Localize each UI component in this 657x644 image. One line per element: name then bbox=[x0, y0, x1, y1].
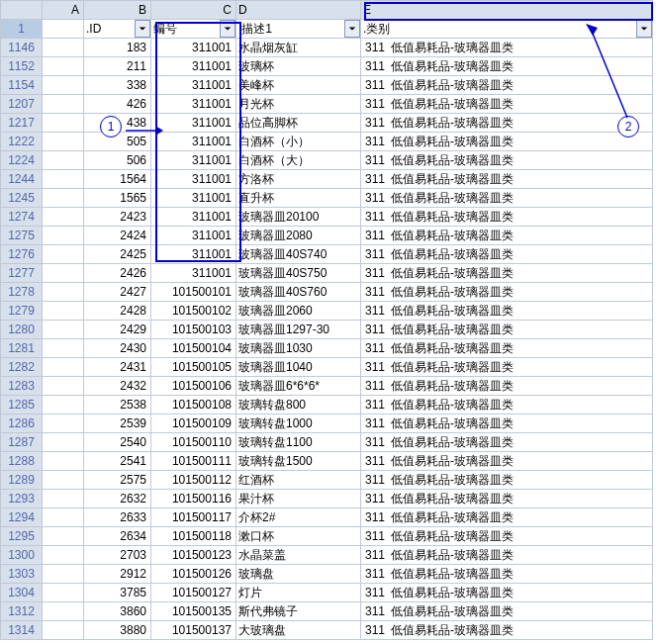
cell-B[interactable]: 183 bbox=[84, 39, 151, 57]
cell-C[interactable]: 311001 bbox=[151, 264, 236, 283]
cell-D[interactable]: 玻璃器皿1030 bbox=[236, 339, 361, 358]
cell-E[interactable]: 311低值易耗品-玻璃器皿类 bbox=[361, 358, 653, 377]
cell-E[interactable]: 311低值易耗品-玻璃器皿类 bbox=[361, 302, 653, 321]
cell-D[interactable]: 玻璃器皿1040 bbox=[236, 358, 361, 377]
row-header[interactable]: 1283 bbox=[1, 377, 43, 396]
cell-A[interactable] bbox=[43, 471, 84, 490]
cell-D[interactable]: 直升杯 bbox=[236, 189, 361, 208]
cell-B[interactable]: 2426 bbox=[84, 264, 151, 283]
cell-B[interactable]: 2634 bbox=[84, 527, 151, 546]
cell-C[interactable]: 101500126 bbox=[151, 565, 236, 584]
cell-D[interactable]: 水晶菜盖 bbox=[236, 546, 361, 565]
row-header[interactable]: 1285 bbox=[1, 396, 43, 414]
cell-D[interactable]: 玻璃转盘1000 bbox=[236, 414, 361, 433]
cell-B[interactable]: 2912 bbox=[84, 565, 151, 584]
cell-E[interactable]: 311低值易耗品-玻璃器皿类 bbox=[361, 621, 653, 640]
cell-D[interactable]: 玻璃转盘800 bbox=[236, 396, 361, 414]
row-header[interactable]: 1279 bbox=[1, 302, 43, 321]
cell-B[interactable]: 2538 bbox=[84, 396, 151, 414]
col-header-A[interactable]: A bbox=[43, 1, 84, 20]
cell-C[interactable]: 101500123 bbox=[151, 546, 236, 565]
cell-D[interactable]: 漱口杯 bbox=[236, 527, 361, 546]
row-header[interactable]: 1217 bbox=[1, 114, 43, 133]
cell-B[interactable]: 426 bbox=[84, 95, 151, 114]
cell-B[interactable]: 2430 bbox=[84, 339, 151, 358]
cell-D[interactable]: 方洛杯 bbox=[236, 170, 361, 189]
row-header[interactable]: 1282 bbox=[1, 358, 43, 377]
row-header[interactable]: 1222 bbox=[1, 133, 43, 151]
row-header[interactable]: 1300 bbox=[1, 546, 43, 565]
col-header-C[interactable]: C bbox=[151, 1, 236, 20]
cell-C[interactable]: 101500101 bbox=[151, 283, 236, 302]
cell-A[interactable] bbox=[43, 490, 84, 508]
filter-dropdown-E[interactable] bbox=[636, 20, 652, 38]
cell-A[interactable] bbox=[43, 114, 84, 133]
cell-E[interactable]: 311低值易耗品-玻璃器皿类 bbox=[361, 377, 653, 396]
cell-A[interactable] bbox=[43, 339, 84, 358]
cell-B[interactable]: 211 bbox=[84, 57, 151, 76]
col-header-E[interactable]: E bbox=[361, 1, 653, 20]
row-header[interactable]: 1277 bbox=[1, 264, 43, 283]
cell-E[interactable]: 311低值易耗品-玻璃器皿类 bbox=[361, 170, 653, 189]
cell-D[interactable]: 品位高脚杯 bbox=[236, 114, 361, 133]
cell-A[interactable] bbox=[43, 151, 84, 170]
cell-C[interactable]: 311001 bbox=[151, 57, 236, 76]
row-header[interactable]: 1154 bbox=[1, 76, 43, 95]
filter-dropdown-D[interactable] bbox=[344, 20, 360, 38]
row-header[interactable]: 1278 bbox=[1, 283, 43, 302]
row-header[interactable]: 1304 bbox=[1, 584, 43, 602]
cell-A1[interactable] bbox=[43, 20, 84, 39]
row-header[interactable]: 1288 bbox=[1, 452, 43, 471]
cell-C[interactable]: 311001 bbox=[151, 189, 236, 208]
cell-C[interactable]: 101500108 bbox=[151, 396, 236, 414]
cell-D[interactable]: 玻璃器皿40S760 bbox=[236, 283, 361, 302]
cell-E[interactable]: 311低值易耗品-玻璃器皿类 bbox=[361, 396, 653, 414]
cell-D[interactable]: 玻璃转盘1500 bbox=[236, 452, 361, 471]
cell-C[interactable]: 101500105 bbox=[151, 358, 236, 377]
cell-E[interactable]: 311低值易耗品-玻璃器皿类 bbox=[361, 508, 653, 527]
cell-B[interactable]: 2703 bbox=[84, 546, 151, 565]
cell-A[interactable] bbox=[43, 189, 84, 208]
row-header[interactable]: 1244 bbox=[1, 170, 43, 189]
row-header[interactable]: 1146 bbox=[1, 39, 43, 57]
cell-D[interactable]: 玻璃器皿2080 bbox=[236, 227, 361, 245]
cell-A[interactable] bbox=[43, 170, 84, 189]
cell-A[interactable] bbox=[43, 377, 84, 396]
cell-E[interactable]: 311低值易耗品-玻璃器皿类 bbox=[361, 602, 653, 621]
cell-D[interactable]: 白酒杯（小） bbox=[236, 133, 361, 151]
cell-C[interactable]: 311001 bbox=[151, 170, 236, 189]
cell-A[interactable] bbox=[43, 208, 84, 227]
cell-C[interactable]: 311001 bbox=[151, 208, 236, 227]
cell-D[interactable]: 白酒杯（大） bbox=[236, 151, 361, 170]
cell-C[interactable]: 101500110 bbox=[151, 433, 236, 452]
cell-B[interactable]: 338 bbox=[84, 76, 151, 95]
cell-B[interactable]: 3880 bbox=[84, 621, 151, 640]
row-header-1[interactable]: 1 bbox=[1, 20, 43, 39]
cell-D[interactable]: 玻璃器皿6*6*6* bbox=[236, 377, 361, 396]
cell-A[interactable] bbox=[43, 621, 84, 640]
cell-A[interactable] bbox=[43, 584, 84, 602]
cell-A[interactable] bbox=[43, 414, 84, 433]
cell-C[interactable]: 311001 bbox=[151, 39, 236, 57]
cell-C[interactable]: 101500109 bbox=[151, 414, 236, 433]
cell-B[interactable]: 2431 bbox=[84, 358, 151, 377]
cell-E[interactable]: 311低值易耗品-玻璃器皿类 bbox=[361, 546, 653, 565]
cell-E[interactable]: 311低值易耗品-玻璃器皿类 bbox=[361, 283, 653, 302]
row-header[interactable]: 1224 bbox=[1, 151, 43, 170]
row-header[interactable]: 1293 bbox=[1, 490, 43, 508]
cell-C[interactable]: 101500111 bbox=[151, 452, 236, 471]
row-header[interactable]: 1276 bbox=[1, 245, 43, 264]
cell-A[interactable] bbox=[43, 508, 84, 527]
col-header-D[interactable]: D bbox=[236, 1, 361, 20]
cell-E[interactable]: 311低值易耗品-玻璃器皿类 bbox=[361, 133, 653, 151]
cell-E[interactable]: 311低值易耗品-玻璃器皿类 bbox=[361, 227, 653, 245]
cell-A[interactable] bbox=[43, 39, 84, 57]
cell-D[interactable]: 介杯2# bbox=[236, 508, 361, 527]
cell-B[interactable]: 2427 bbox=[84, 283, 151, 302]
cell-B[interactable]: 2632 bbox=[84, 490, 151, 508]
cell-E[interactable]: 311低值易耗品-玻璃器皿类 bbox=[361, 321, 653, 339]
cell-E[interactable]: 311低值易耗品-玻璃器皿类 bbox=[361, 471, 653, 490]
cell-D[interactable]: 大玻璃盘 bbox=[236, 621, 361, 640]
select-all-corner[interactable] bbox=[1, 1, 43, 20]
cell-A[interactable] bbox=[43, 283, 84, 302]
